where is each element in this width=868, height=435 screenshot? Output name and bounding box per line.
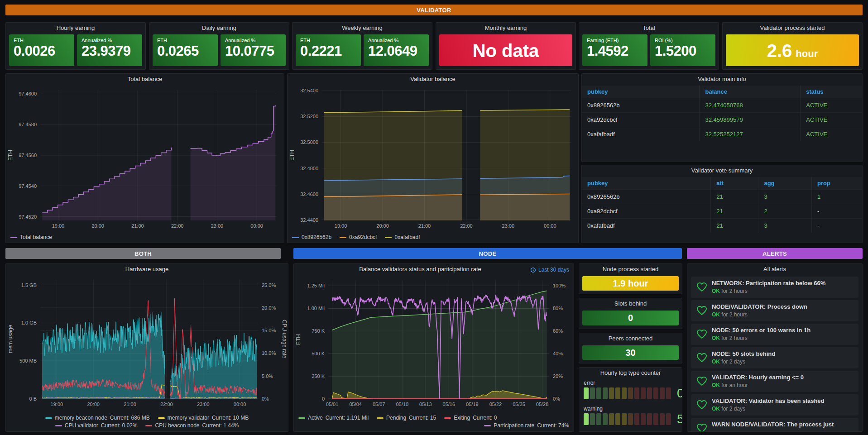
legend-item[interactable]: Participation rate Current: 74% [484, 422, 569, 429]
panel-title[interactable]: Weekly earning [293, 24, 432, 31]
alert-item[interactable]: NODE: 50 errors or 100 warns in 1h OK fo… [691, 324, 858, 345]
stat-value: 0.2221 [300, 43, 356, 59]
legend-series-label: memory validator [168, 415, 209, 421]
legend-series-dash [385, 237, 392, 238]
balance-status-chart[interactable]: 05/0105/0405/0705/1005/1305/1605/1905/22… [294, 276, 574, 410]
legend-item[interactable]: memory validator Current: 10 MB [158, 415, 249, 421]
svg-text:00:00: 00:00 [544, 223, 556, 229]
row-header-alerts-label: ALERTS [762, 250, 787, 257]
svg-text:23:00: 23:00 [197, 402, 210, 407]
legend-series-current: Current: 10 MB [212, 415, 249, 421]
svg-text:32.5000: 32.5000 [300, 139, 318, 145]
legend-series-dash [55, 425, 62, 426]
svg-text:40%: 40% [553, 351, 563, 356]
col-header-pubkey[interactable]: pubkey [582, 86, 700, 98]
log-cell [615, 413, 620, 425]
row-header-validator-label: VALIDATOR [417, 7, 451, 14]
panel-title[interactable]: Validator process started [723, 24, 862, 31]
alert-item[interactable]: NODE: 50 slots behind OK for 2 days [691, 347, 858, 368]
panel-title[interactable]: Validator main info [582, 76, 862, 82]
panel-title[interactable]: Hourly log type counter [579, 369, 682, 376]
log-cell [590, 413, 595, 425]
legend-item[interactable]: 0xa92dcbcf [340, 234, 377, 240]
legend-series-dash [292, 237, 299, 238]
row-header-node[interactable]: NODE [293, 248, 682, 259]
panel-title[interactable]: Slots behind [579, 300, 682, 307]
hardware-usage-chart[interactable]: 19:0020:0021:0022:0023:0000:000 B500 MB1… [6, 276, 288, 410]
legend-item[interactable]: CPU beacon node Current: 1.44% [145, 422, 239, 429]
svg-text:750 K: 750 K [312, 328, 325, 334]
panel-title[interactable]: All alerts [687, 266, 862, 272]
svg-text:32.4600: 32.4600 [300, 191, 318, 197]
legend-series-label: Exiting [454, 415, 470, 421]
col-header-agg[interactable]: agg [758, 177, 812, 190]
alert-item[interactable]: NETWORK: Participation rate below 66% OK… [691, 277, 858, 298]
svg-text:80%: 80% [553, 306, 563, 311]
legend-series-dash [158, 417, 165, 419]
legend-series-label: Pending [386, 415, 406, 421]
panel-title[interactable]: Validator vote summary [582, 167, 862, 174]
svg-text:97.4600: 97.4600 [19, 91, 37, 96]
cell-status: ACTIVE [801, 98, 862, 113]
log-cell [622, 387, 627, 399]
validator-balance-chart[interactable]: 19:0020:0021:0022:0023:0000:0032.440032.… [288, 86, 578, 231]
panel-title[interactable]: Hourly earning [6, 24, 145, 31]
legend-series-label: 0x8926562b [302, 234, 331, 240]
col-header-status[interactable]: status [801, 86, 862, 98]
row-header-alerts[interactable]: ALERTS [687, 248, 863, 259]
total-balance-chart[interactable]: 19:0020:0021:0022:0023:0000:0097.452097.… [6, 86, 284, 231]
legend-series-dash [298, 417, 305, 419]
panel-title[interactable]: Monthly earning [436, 24, 575, 31]
heart-icon [696, 376, 707, 386]
col-header-att[interactable]: att [711, 177, 758, 190]
cell-status: ACTIVE [801, 113, 862, 127]
svg-text:0%: 0% [262, 396, 269, 402]
stat-monthly-no-data: No data [439, 34, 572, 66]
svg-text:1.25 Mil: 1.25 Mil [307, 283, 325, 288]
cell-balance: 32.474050768 [700, 98, 801, 113]
col-header-pubkey[interactable]: pubkey [582, 177, 711, 190]
col-header-balance[interactable]: balance [700, 86, 801, 98]
legend-series-dash [444, 417, 451, 419]
y-axis-label: ETH [295, 334, 302, 345]
alert-item[interactable]: NODE/VALIDATOR: Process down OK for 2 ho… [691, 300, 858, 321]
legend-series-dash [484, 425, 491, 426]
alert-item[interactable]: VALIDATOR: Hourly earning <= 0 OK for an… [691, 371, 858, 392]
cell-pubkey: 0xafafbadf [582, 127, 700, 142]
legend-item[interactable]: memory beacon node Current: 686 MB [45, 415, 150, 421]
col-header-prop[interactable]: prop [812, 177, 862, 190]
legend-item[interactable]: Active Current: 1.191 Mil [298, 415, 369, 421]
alert-item[interactable]: WARN NODE/VALIDATOR: The process just [691, 418, 858, 432]
svg-text:21:00: 21:00 [418, 223, 431, 229]
cell-att: 21 [711, 204, 758, 219]
stat-validator-process: 2.6hour [726, 34, 859, 66]
legend-item[interactable]: 0xafafbadf [385, 234, 420, 240]
legend-item[interactable]: CPU validator Current: 0.02% [55, 422, 138, 429]
row-header-both[interactable]: BOTH [5, 248, 281, 259]
legend-item[interactable]: Pending Current: 15 [377, 415, 436, 421]
alert-item[interactable]: VALIDATOR: Validator has been slashed OK… [691, 394, 858, 416]
legend-series-current: Current: 0 [473, 415, 497, 421]
panel-title[interactable]: Total [579, 24, 719, 31]
stat-label: Annualized % [225, 38, 281, 43]
panel-title[interactable]: Hardware usage [6, 266, 288, 272]
svg-text:20:00: 20:00 [376, 223, 389, 229]
log-cell [653, 387, 658, 399]
legend-item[interactable]: Exiting Current: 0 [444, 415, 497, 421]
svg-text:10.0%: 10.0% [262, 350, 276, 356]
panel-title[interactable]: Daily earning [149, 24, 289, 31]
panel-title[interactable]: Peers connected [579, 335, 682, 342]
chart-legend: 0x8926562b0xa92dcbcf0xafafbadf [292, 234, 574, 240]
panel-validator-balance-chart: Validator balance 19:0020:0021:0022:0023… [287, 73, 579, 243]
row-header-validator[interactable]: VALIDATOR [5, 5, 863, 15]
panel-title[interactable]: Node process started [579, 266, 682, 272]
cell-pubkey: 0x8926562b [582, 190, 711, 204]
svg-text:32.4800: 32.4800 [300, 166, 318, 171]
stat-label: ETH [14, 38, 70, 43]
legend-series-label: Total balance [20, 234, 52, 240]
legend-item[interactable]: 0x8926562b [292, 234, 331, 240]
log-cell [609, 413, 614, 425]
panel-title[interactable]: Total balance [6, 76, 284, 82]
panel-title[interactable]: Validator balance [288, 76, 578, 82]
legend-item[interactable]: Total balance [10, 234, 52, 240]
